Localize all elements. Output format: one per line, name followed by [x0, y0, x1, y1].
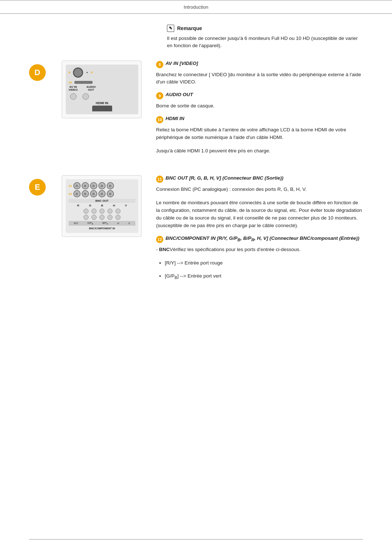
item-10: 10 HDMI IN Reliez la borne HDMI située à…: [156, 116, 363, 155]
item-12-badge: 12: [156, 236, 163, 243]
item-12-header: 12 BNC/COMPONENT IN [R/Y, G/PB, B/PR, H,…: [156, 235, 363, 243]
bullet-2: [G/PB] --> Entrée port vert: [165, 272, 363, 281]
section-d: D 8 ● 9 10 AV INVIDEO AUDIOOUT: [29, 61, 363, 161]
item-12-title: BNC/COMPONENT IN [R/Y, G/PB, B/PR, H, V]…: [166, 235, 359, 242]
bnc-bold: BNC: [159, 247, 170, 252]
item-8-badge: 8: [156, 61, 163, 68]
item-9-title: AUDIO OUT: [166, 92, 193, 97]
circle-label-d: D: [29, 64, 46, 81]
item-8: 8 AV IN [VIDEO] Branchez le connecteur […: [156, 61, 363, 86]
page-bottom-line: [29, 539, 363, 539]
section-e: E 11 12: [29, 175, 363, 287]
section-d-label: D: [29, 61, 47, 81]
item-12-body1: Vérifiez les spécifications pour les por…: [170, 247, 301, 252]
item-11: 11 BNC OUT [R, G, B, H, V] (Connecteur B…: [156, 175, 363, 230]
page-title: Introduction: [184, 4, 208, 10]
item-11-body2: Le nombre de moniteurs pouvant être conn…: [156, 199, 363, 230]
device-e-descriptions: 11 BNC OUT [R, G, B, H, V] (Connecteur B…: [156, 175, 363, 287]
remarque-header: ✎ Remarque: [167, 25, 363, 32]
item-9-body: Borne de sortie de casque.: [156, 102, 363, 110]
remarque-text: Il est possible de connecter jusqu'à 6 m…: [167, 35, 363, 50]
device-d-image: 8 ● 9 10 AV INVIDEO AUDIOOUT: [62, 61, 142, 119]
item-10-header: 10 HDMI IN: [156, 116, 363, 123]
device-d-descriptions: 8 AV IN [VIDEO] Branchez le connecteur […: [156, 61, 363, 161]
item-10-title: HDMI IN: [166, 116, 184, 121]
bullet-1: [R/Y] --> Entrée port rouge: [165, 259, 363, 267]
item-9: 9 AUDIO OUT Borne de sortie de casque.: [156, 92, 363, 110]
item-9-header: 9 AUDIO OUT: [156, 92, 363, 99]
item-8-header: 8 AV IN [VIDEO]: [156, 61, 363, 68]
item-10-body1: Reliez la borne HDMI située à l'arrière …: [156, 126, 363, 141]
device-e-diagram: 11 12: [66, 179, 138, 233]
note-icon: ✎: [167, 25, 174, 32]
item-8-title: AV IN [VIDEO]: [166, 61, 198, 66]
item-10-body2: Jusqu'à câble HDMI 1.0 peuvent être pris…: [156, 147, 363, 155]
item-11-header: 11 BNC OUT [R, G, B, H, V] (Connecteur B…: [156, 175, 363, 183]
content-area: ✎ Remarque Il est possible de connecter …: [0, 25, 392, 323]
device-e-image: 11 12: [62, 175, 142, 237]
item-11-badge: 11: [156, 176, 163, 183]
item-11-body1: Connexion BNC (PC analogique) : connexio…: [156, 186, 363, 193]
item-8-body: Branchez le connecteur [ VIDEO ]du monit…: [156, 71, 363, 86]
remarque-section: ✎ Remarque Il est possible de connecter …: [167, 25, 363, 50]
section-e-label: E: [29, 175, 47, 196]
device-d-diagram: 8 ● 9 10 AV INVIDEO AUDIOOUT: [66, 65, 138, 115]
item-9-badge: 9: [156, 92, 163, 99]
item-12: 12 BNC/COMPONENT IN [R/Y, G/PB, B/PR, H,…: [156, 235, 363, 281]
page-header: Introduction: [0, 0, 392, 14]
item-11-title: BNC OUT [R, G, B, H, V] (Connecteur BNC …: [166, 175, 283, 181]
item-10-badge: 10: [156, 116, 163, 123]
item-12-bnc-intro: - BNCVérifiez les spécifications pour le…: [156, 246, 363, 254]
remarque-label: Remarque: [177, 25, 202, 31]
item-12-bullets: [R/Y] --> Entrée port rouge [G/PB] --> E…: [165, 259, 363, 281]
circle-label-e: E: [29, 179, 46, 196]
